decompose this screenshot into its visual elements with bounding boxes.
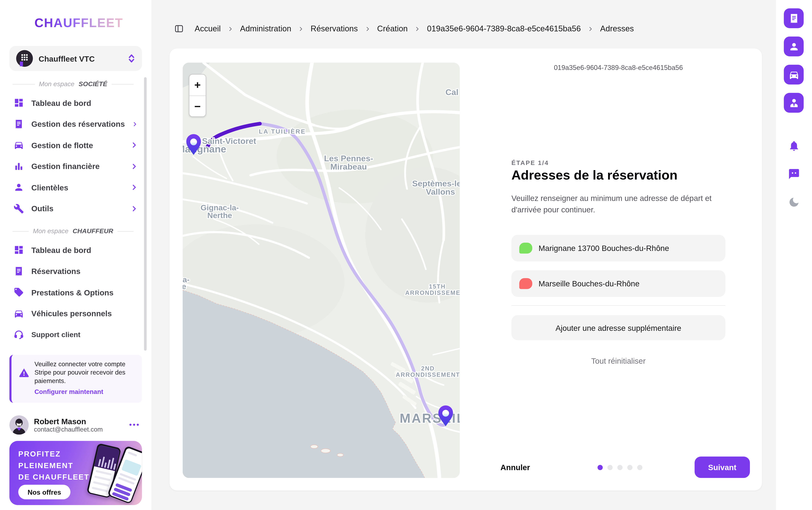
sidebar-item-gestion-reservations[interactable]: Gestion des réservations <box>9 114 142 135</box>
step-dots <box>598 456 642 478</box>
chevron-right-icon <box>298 26 304 32</box>
address-row-arrival[interactable]: Marseille Bouches-du-Rhône <box>511 270 725 297</box>
chevron-right-icon <box>414 26 420 32</box>
map-label: 2ND <box>421 365 435 372</box>
chevron-right-icon <box>228 26 233 32</box>
page-title: Adresses de la réservation <box>511 168 677 183</box>
page-subtitle: Veuillez renseigner au minimum une adres… <box>511 192 725 215</box>
breadcrumb: Accueil Administration Réservations Créa… <box>174 21 634 36</box>
step-label: ÉTAPE 1/4 <box>511 159 549 167</box>
sidebar-scrollbar[interactable] <box>144 77 147 351</box>
profile-name: Robert Mason <box>34 417 103 425</box>
stripe-alert: Veuillez connecter votre compte Stripe p… <box>9 355 142 403</box>
sidebar-item-support-client[interactable]: Support client <box>9 324 142 345</box>
breadcrumb-item[interactable]: Création <box>377 24 408 33</box>
receipt-icon <box>788 13 799 24</box>
departure-color-badge <box>519 243 532 253</box>
breadcrumb-item[interactable]: Administration <box>240 24 291 33</box>
rail-clients-button[interactable] <box>784 36 804 56</box>
address-label: Marignane 13700 Bouches-du-Rhône <box>539 244 669 252</box>
chevron-right-icon <box>130 142 138 149</box>
sidebar-menu-chauffeur: Tableau de bord Réservations Prestations… <box>9 240 142 345</box>
reset-all-link[interactable]: Tout réinitialiser <box>511 356 725 365</box>
map-zoom-control: + − <box>189 74 206 117</box>
divider <box>511 305 725 306</box>
breadcrumb-item-id[interactable]: 019a35e6-9604-7389-8ca8-e5ce4615ba56 <box>427 24 581 33</box>
step-dot <box>627 464 633 470</box>
address-row-departure[interactable]: Marignane 13700 Bouches-du-Rhône <box>511 235 725 262</box>
sidebar-item-clienteles[interactable]: Clientèles <box>9 177 142 198</box>
chauffleet-logo: CHAUFFLEET <box>34 16 123 30</box>
map-label: LA TUILIÈRE <box>259 128 306 135</box>
rail-fleet-button[interactable] <box>784 65 804 85</box>
car-icon <box>788 69 799 80</box>
sidebar-menu-societe: Tableau de bord Gestion des réservations… <box>9 92 142 219</box>
add-address-button[interactable]: Ajouter une adresse supplémentaire <box>511 315 725 340</box>
map[interactable]: Cal LA TUILIÈRE Saint-Victoret Marignane… <box>183 63 460 478</box>
step-dot-active <box>598 464 603 470</box>
map-label: Septèmes-les- <box>412 179 460 188</box>
sidebar-item-prestations-options[interactable]: Prestations & Options <box>9 282 142 303</box>
sidebar-item-gestion-flotte[interactable]: Gestion de flotte <box>9 135 142 156</box>
cancel-button[interactable]: Annuler <box>500 456 530 478</box>
stripe-configure-link[interactable]: Configurer maintenant <box>34 388 137 396</box>
address-label: Marseille Bouches-du-Rhône <box>539 279 639 288</box>
stripe-alert-text: Veuillez connecter votre compte Stripe p… <box>34 360 137 385</box>
profile-menu-icon[interactable] <box>126 421 142 429</box>
promo-offers-button[interactable]: Nos offres <box>18 485 70 499</box>
avatar <box>9 415 29 434</box>
sidebar-item-outils[interactable]: Outils <box>9 198 142 219</box>
sidebar-item-reservations-chauffeur[interactable]: Réservations <box>9 261 142 282</box>
map-label: Les Pennes- <box>324 154 373 163</box>
sidebar-item-vehicules-personnels[interactable]: Véhicules personnels <box>9 303 142 324</box>
chevron-right-icon <box>130 205 138 212</box>
moon-icon[interactable] <box>788 196 800 208</box>
right-toolbar <box>776 0 812 510</box>
section-prefix: Mon espace <box>33 228 68 235</box>
building-icon <box>16 50 33 67</box>
user-profile[interactable]: Robert Mason contact@chauffleet.com <box>9 412 142 437</box>
section-suffix: SOCIÉTÉ <box>79 80 107 88</box>
person-icon <box>13 182 24 193</box>
breadcrumb-item[interactable]: Accueil <box>195 24 221 33</box>
sidebar-item-gestion-financiere[interactable]: Gestion financière <box>9 156 142 177</box>
chat-icon[interactable] <box>788 168 800 180</box>
next-button[interactable]: Suivant <box>695 456 750 478</box>
promo-banner: PROFITEZ PLEINEMENT DE CHAUFFLEET Nos of… <box>9 441 142 505</box>
dashboard-icon <box>13 98 24 108</box>
receipt-icon <box>13 119 24 129</box>
workspace-name: Chauffleet VTC <box>38 54 122 63</box>
sidebar-item-tableau-de-bord-chauffeur[interactable]: Tableau de bord <box>9 240 142 261</box>
map-label: ne <box>183 282 186 291</box>
wizard-footer: Annuler Suivant <box>500 456 750 478</box>
car-icon <box>13 140 24 151</box>
bar-chart-icon <box>13 161 24 172</box>
map-label: Vallons <box>426 187 455 197</box>
sidebar-item-tableau-de-bord[interactable]: Tableau de bord <box>9 92 142 114</box>
rail-reservations-button[interactable] <box>784 8 804 28</box>
step-dot <box>617 464 622 470</box>
reservation-id: 019a35e6-9604-7389-8ca8-e5ce4615ba56 <box>511 64 725 71</box>
workspace-selector[interactable]: Chauffleet VTC <box>9 46 142 71</box>
map-label: Gignac-la- <box>201 203 239 212</box>
sidebar-toggle-icon[interactable] <box>174 24 184 33</box>
chevron-right-icon <box>365 26 370 32</box>
breadcrumb-item[interactable]: Réservations <box>311 24 358 33</box>
warning-icon <box>19 367 29 378</box>
section-header-chauffeur: Mon espace CHAUFFEUR <box>12 228 134 235</box>
wrench-icon <box>13 203 24 214</box>
step-dot <box>608 464 613 470</box>
zoom-out-button[interactable]: − <box>190 95 206 116</box>
rail-chauffeur-button[interactable] <box>784 93 804 113</box>
chevron-right-icon <box>588 26 593 32</box>
reservation-panel: 019a35e6-9604-7389-8ca8-e5ce4615ba56 ÉTA… <box>511 49 725 490</box>
breadcrumb-item-current: Adresses <box>600 24 634 33</box>
map-label: 15TH <box>429 283 446 290</box>
arrival-color-badge <box>519 278 532 289</box>
bell-icon[interactable] <box>788 140 800 152</box>
promo-heading: PROFITEZ PLEINEMENT DE CHAUFFLEET <box>18 448 89 483</box>
zoom-in-button[interactable]: + <box>190 74 206 95</box>
profile-email: contact@chauffleet.com <box>34 425 103 433</box>
person-icon <box>788 41 799 52</box>
dashboard-icon <box>13 245 24 256</box>
